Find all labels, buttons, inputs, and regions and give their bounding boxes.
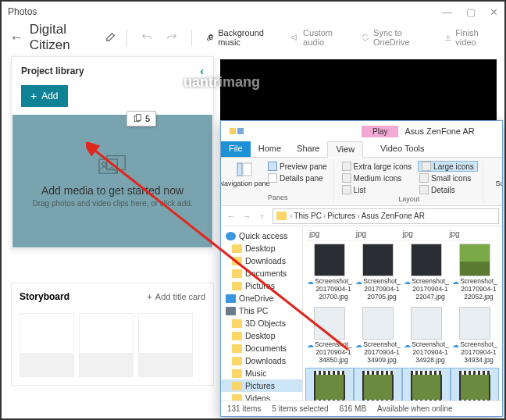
context-tab-play[interactable]: Play (362, 126, 398, 137)
folder-icon (232, 394, 242, 401)
tab-share[interactable]: Share (289, 141, 327, 157)
cloud-icon: ☁ (307, 341, 314, 364)
status-availability: Available when online (377, 404, 453, 413)
navigation-pane: Quick accessDesktopDownloadsDocumentsPic… (221, 226, 303, 400)
photos-app-title: Photos (8, 6, 37, 17)
finish-video-button[interactable]: Finish video (439, 25, 498, 50)
project-title: Digital Citizen (30, 22, 98, 53)
explorer-titlebar[interactable]: View Play Asus ZenFone AR (221, 121, 502, 141)
nav-item[interactable]: Quick access (221, 230, 302, 242)
nav-item[interactable]: Downloads (221, 354, 302, 367)
ribbon-group-layout: Extra large icons Medium icons List Larg… (339, 161, 483, 202)
address-bar: ← → ↑ › This PC› Pictures› Asus ZenFone … (221, 206, 502, 226)
file-thumb[interactable]: ☁V_20170829_173320_SM.mp4 (306, 368, 353, 400)
preview-pane-button[interactable]: Preview pane (266, 161, 329, 172)
file-thumb[interactable]: ☁Screenshot_20170904-120705.jpg (355, 241, 401, 303)
storyboard-slot[interactable] (79, 313, 134, 377)
file-explorer-window: View Play Asus ZenFone AR File Home Shar… (220, 120, 503, 417)
file-thumb[interactable]: ☁Screenshot_20170904-134909.jpg (355, 304, 401, 366)
drag-tooltip: 5 (126, 111, 156, 126)
navigation-pane-button[interactable]: Navigation pane (227, 161, 262, 188)
cloud-icon: ☁ (452, 341, 459, 364)
nav-item[interactable]: Videos (221, 392, 302, 400)
nav-item[interactable]: Music (221, 367, 302, 379)
nav-up-button[interactable]: ↑ (255, 212, 269, 221)
cloud-icon: ☁ (404, 341, 411, 364)
redo-button[interactable] (162, 29, 182, 46)
file-thumb[interactable]: ☁Screenshot_20170904-120700.jpg (306, 241, 353, 303)
nav-item[interactable]: Documents (221, 267, 302, 279)
folder-icon (226, 307, 236, 315)
drop-zone-sub: Drag photos and video clips here, or cli… (32, 199, 192, 208)
file-thumb[interactable]: ☁V_20170831_160947_vHDR_Auto.mp4 (451, 368, 498, 400)
media-drop-zone[interactable]: Add media to get started now Drag photos… (12, 115, 212, 247)
status-item-count: 131 items (227, 404, 261, 413)
music-icon (206, 32, 216, 43)
drop-zone-heading: Add media to get started now (41, 184, 184, 197)
folder-icon (232, 319, 242, 328)
maximize-button[interactable]: ▢ (466, 6, 476, 18)
sync-icon (361, 32, 370, 43)
photos-toolbar: ← Digital Citizen Background music Custo… (2, 22, 504, 53)
undo-button[interactable] (137, 29, 157, 46)
back-button[interactable]: ← (8, 30, 25, 46)
thumbnail-image (314, 244, 345, 276)
folder-icon (232, 357, 242, 365)
add-button[interactable]: + Add (21, 85, 68, 107)
file-thumb[interactable]: ☁V_20170829_174436_SM.mp4 (355, 368, 401, 400)
close-button[interactable]: ✕ (490, 6, 498, 18)
custom-audio-button[interactable]: Custom audio (286, 25, 351, 50)
breadcrumb[interactable]: › This PC› Pictures› Asus ZenFone AR (273, 208, 499, 224)
nav-item[interactable]: Pictures (221, 379, 302, 392)
details-button[interactable]: Details (418, 184, 478, 195)
add-title-card-button[interactable]: + Add title card (147, 292, 205, 301)
medium-icons-button[interactable]: Medium icons (340, 173, 413, 183)
background-music-button[interactable]: Background music (201, 25, 282, 50)
nav-item[interactable]: Downloads (221, 254, 302, 267)
file-thumb[interactable]: ☁Screenshot_20170904-134934.jpg (451, 304, 498, 366)
nav-item[interactable]: OneDrive (221, 292, 302, 304)
nav-item[interactable]: Documents (221, 342, 302, 354)
sync-onedrive-button[interactable]: Sync to OneDrive (356, 25, 433, 50)
file-list[interactable]: jpgjpgjpgjpg ☁Screenshot_20170904-120700… (303, 226, 502, 400)
nav-back-button[interactable]: ← (224, 212, 238, 221)
file-thumb[interactable]: ☁Screenshot_20170904-122052.jpg (451, 241, 498, 303)
nav-item[interactable]: 3D Objects (221, 317, 302, 329)
tab-file[interactable]: File (221, 141, 251, 157)
list-button[interactable]: List (340, 184, 413, 195)
extra-large-icons-button[interactable]: Extra large icons (340, 161, 413, 172)
file-thumb[interactable]: ☁Screenshot_20170904-134928.jpg (403, 304, 450, 366)
tab-view[interactable]: View (327, 141, 363, 158)
file-thumb[interactable]: ☁V_20170831_155837_vHDR_Auto.mp4 (403, 368, 450, 400)
details-pane-button[interactable]: Details pane (266, 173, 329, 183)
explorer-window-title: Asus ZenFone AR (404, 126, 474, 136)
file-thumb[interactable]: ☁Screenshot_20170904-134850.jpg (306, 304, 353, 366)
thumbnail-image (459, 371, 490, 400)
folder-icon (232, 332, 242, 340)
cloud-icon: ☁ (452, 278, 459, 301)
folder-icon (226, 294, 236, 303)
small-icons-button[interactable]: Small icons (418, 173, 478, 183)
svg-point-1 (102, 162, 106, 166)
tab-home[interactable]: Home (251, 141, 289, 157)
svg-rect-0 (99, 159, 117, 173)
ribbon: Navigation pane Preview pane Details pan… (221, 158, 502, 206)
nav-item[interactable]: Desktop (221, 242, 302, 254)
minimize-button[interactable]: — (442, 6, 452, 18)
status-bar: 131 items 5 items selected 616 MB Availa… (221, 400, 502, 416)
folder-icon (232, 244, 242, 253)
svg-rect-2 (107, 156, 125, 170)
sort-by-button[interactable]: Sort by (490, 161, 502, 188)
nav-forward-button[interactable]: → (240, 212, 254, 221)
rename-button[interactable] (105, 30, 117, 45)
storyboard-slot[interactable] (138, 313, 193, 377)
nav-item[interactable]: Desktop (221, 329, 302, 342)
tab-video-tools[interactable]: Video Tools (372, 141, 432, 157)
nav-item[interactable]: This PC (221, 304, 302, 317)
file-thumb[interactable]: ☁Screenshot_20170904-122047.jpg (403, 241, 450, 303)
cloud-icon: ☁ (355, 278, 362, 301)
quick-access-toolbar[interactable] (221, 128, 252, 134)
nav-item[interactable]: Pictures (221, 279, 302, 292)
storyboard-slot[interactable] (20, 313, 74, 377)
large-icons-button[interactable]: Large icons (418, 161, 478, 172)
